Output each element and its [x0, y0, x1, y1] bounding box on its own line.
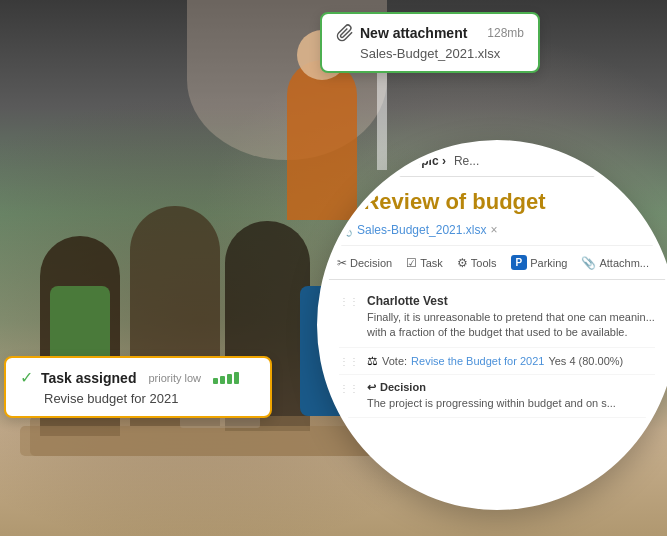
attachment-card: New attachment 128mb Sales-Budget_2021.x…	[320, 12, 540, 73]
comment-body: Charlotte Vest Finally, it is unreasonab…	[367, 294, 655, 341]
content-row-vote: ⋮⋮ ⚖ Vote: Revise the Budget for 2021 Ye…	[339, 348, 655, 375]
person-standing	[287, 60, 357, 220]
toolbar-decision[interactable]: ✂ Decision	[331, 253, 398, 273]
decision-arrow-icon: ↩	[367, 381, 376, 394]
toolbar-tools[interactable]: ⚙ Tools	[451, 253, 503, 273]
toolbar-attachments-label: Attachm...	[599, 257, 649, 269]
parking-badge: P	[511, 255, 528, 270]
re-topic: Re...	[454, 154, 479, 168]
circle-content: ‹ Topic Next Topic › Re... 3. Review of …	[323, 146, 667, 504]
table	[20, 426, 380, 456]
task-icon: ☑	[406, 256, 417, 270]
priority-bar-2	[220, 376, 225, 384]
attachment-title: New attachment	[360, 25, 473, 41]
decision-header: ↩ Decision	[367, 381, 655, 394]
attachment-size: 128mb	[487, 26, 524, 40]
decision-icon: ✂	[337, 256, 347, 270]
row-handle-2: ⋮⋮	[339, 354, 359, 368]
toolbar-task[interactable]: ☑ Task	[400, 253, 449, 273]
document-toolbar: ✂ Decision ☑ Task ⚙ Tools P Parking 📎 At…	[323, 246, 667, 280]
attachments-icon: 📎	[581, 256, 596, 270]
vote-link[interactable]: Revise the Budget for 2021	[411, 355, 544, 367]
toolbar-attachments[interactable]: 📎 Attachm...	[575, 253, 655, 273]
content-row-decision: ⋮⋮ ↩ Decision The project is progressing…	[339, 375, 655, 418]
toolbar-task-label: Task	[420, 257, 443, 269]
task-title: Task assigned	[41, 370, 136, 386]
content-row-comment: ⋮⋮ Charlotte Vest Finally, it is unreaso…	[339, 288, 655, 348]
vote-result: Yes 4 (80.00%)	[548, 355, 623, 367]
document-title: 3. Review of budget	[339, 189, 655, 215]
priority-label: priority low	[148, 372, 201, 384]
vote-prefix: Vote:	[382, 355, 407, 367]
check-icon: ✓	[20, 368, 33, 387]
priority-bar-4	[234, 372, 239, 384]
decision-header-label: Decision	[380, 381, 426, 393]
document-attachment-ref: 📎 Sales-Budget_2021.xlsx ×	[339, 223, 655, 237]
attachment-icon	[336, 24, 354, 42]
row-handle-1: ⋮⋮	[339, 294, 359, 341]
decision-body: ↩ Decision The project is progressing wi…	[367, 381, 655, 411]
attachment-link[interactable]: Sales-Budget_2021.xlsx	[357, 223, 486, 237]
decision-text: The project is progressing within budget…	[367, 396, 655, 411]
priority-bar-1	[213, 378, 218, 384]
toolbar-decision-label: Decision	[350, 257, 392, 269]
task-description: Revise budget for 2021	[44, 391, 256, 406]
comment-text: Finally, it is unreasonable to pretend t…	[367, 310, 655, 341]
priority-bar-3	[227, 374, 232, 384]
toolbar-parking-label: Parking	[530, 257, 567, 269]
toolbar-parking[interactable]: P Parking	[505, 252, 574, 273]
attachment-remove-button[interactable]: ×	[490, 223, 497, 237]
row-handle-3: ⋮⋮	[339, 381, 359, 411]
vote-scale-icon: ⚖	[367, 354, 378, 368]
comment-author: Charlotte Vest	[367, 294, 655, 308]
tools-icon: ⚙	[457, 256, 468, 270]
vote-body: ⚖ Vote: Revise the Budget for 2021 Yes 4…	[367, 354, 655, 368]
attachment-card-header: New attachment 128mb	[336, 24, 524, 42]
circle-document-overlay: ‹ Topic Next Topic › Re... 3. Review of …	[317, 140, 667, 510]
task-notification-card: ✓ Task assigned priority low Revise budg…	[4, 356, 272, 418]
attachment-filename: Sales-Budget_2021.xlsx	[360, 46, 524, 61]
priority-bars	[213, 372, 239, 384]
task-card-header: ✓ Task assigned priority low	[20, 368, 256, 387]
toolbar-tools-label: Tools	[471, 257, 497, 269]
